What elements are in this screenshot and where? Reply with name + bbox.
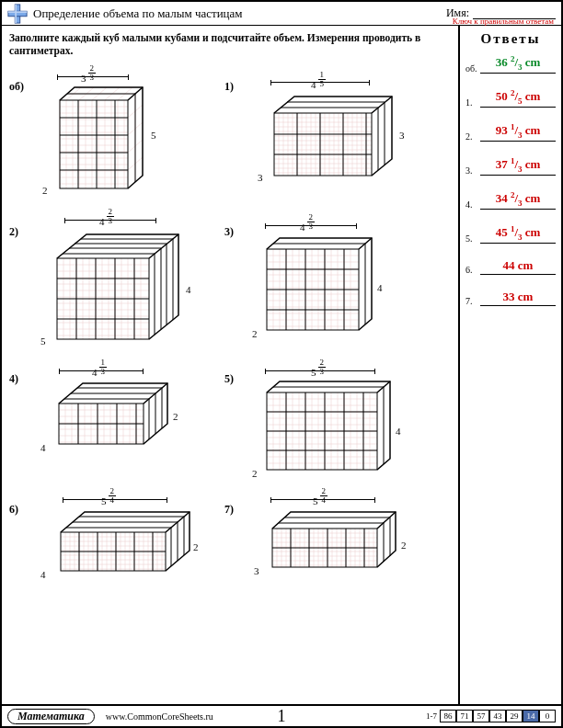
depth-dim: 2 — [252, 468, 258, 479]
answers-title: Ответы — [465, 31, 556, 47]
answer-line: 37 1/3 cm — [480, 156, 556, 176]
score-box: 0 — [539, 710, 556, 722]
top-dim: 523 — [311, 358, 326, 378]
depth-dim: 2 — [252, 328, 258, 339]
height-dim: 4 — [396, 426, 401, 437]
top-dim: 524 — [313, 487, 327, 506]
answer-line: 36 2/3 cm — [480, 54, 556, 74]
answer-row: об.36 2/3 cm — [465, 54, 556, 74]
height-dim: 2 — [193, 541, 199, 552]
answer-number: об. — [465, 63, 480, 74]
answer-number: 3. — [465, 165, 480, 176]
height-dim: 4 — [186, 284, 191, 295]
depth-dim: 3 — [258, 172, 263, 183]
problem-7: 7) 524 — [224, 497, 436, 608]
depth-dim: 3 — [254, 565, 259, 576]
answer-line: 34 2/3 cm — [480, 190, 556, 210]
top-dim: 423 — [300, 213, 315, 233]
answer-row: 7.33 cm — [465, 290, 556, 306]
worksheet-title: Определение объема по малым частицам — [33, 6, 437, 21]
answer-row: 5.45 1/3 cm — [465, 224, 556, 244]
plus-logo-icon — [7, 4, 28, 24]
depth-dim: 4 — [40, 442, 46, 453]
answer-line: 33 cm — [480, 290, 556, 306]
score-box: 71 — [456, 710, 473, 722]
answer-number: 1. — [465, 97, 480, 108]
score-range: 1-7 — [426, 711, 437, 721]
answer-number: 4. — [465, 199, 480, 210]
answer-value: 37 1/3 cm — [496, 157, 541, 171]
answer-number: 5. — [465, 233, 480, 244]
answer-value: 93 1/3 cm — [496, 123, 541, 137]
depth-dim: 5 — [40, 336, 46, 347]
cube-icon — [252, 87, 408, 188]
answer-value: 34 2/3 cm — [496, 191, 541, 205]
problem-number: 7) — [224, 503, 234, 517]
depth-dim: 4 — [40, 569, 46, 580]
problem-number: 6) — [9, 503, 18, 517]
problem-5: 5) 523 — [224, 367, 436, 486]
score-box: 86 — [440, 710, 456, 722]
answers-column: Ответы об.36 2/3 cm1.50 2/5 cm2.93 1/3 c… — [458, 26, 561, 704]
problem-number: 5) — [224, 372, 234, 386]
answer-row: 6.44 cm — [465, 258, 556, 275]
answer-number: 6. — [465, 265, 480, 275]
answer-row: 2.93 1/3 cm — [465, 122, 556, 142]
score-box: 14 — [523, 710, 539, 722]
worksheet-page: Определение объема по малым частицам Имя… — [0, 0, 563, 728]
top-dim: 524 — [101, 487, 116, 506]
header: Определение объема по малым частицам Имя… — [2, 2, 561, 26]
problem-0: об) 323 — [9, 74, 212, 212]
answer-row: 1.50 2/5 cm — [465, 88, 556, 108]
problem-number: об) — [9, 80, 24, 94]
score-box: 57 — [473, 710, 489, 722]
height-dim: 2 — [401, 540, 407, 551]
top-dim: 413 — [92, 358, 107, 378]
page-number: 1 — [278, 707, 286, 726]
body: Заполните каждый куб малыми кубами и под… — [2, 26, 561, 704]
problems-grid: об) 323 — [9, 58, 451, 646]
cube-icon — [29, 225, 200, 354]
problem-number: 1) — [224, 80, 234, 94]
height-dim: 5 — [151, 130, 156, 141]
top-dim: 423 — [99, 208, 114, 227]
answer-row: 4.34 2/3 cm — [465, 190, 556, 210]
site-url: www.CommonCoreSheets.ru — [106, 711, 213, 722]
depth-dim: 2 — [42, 185, 48, 196]
problem-number: 2) — [9, 225, 18, 239]
height-dim: 3 — [399, 130, 405, 141]
svg-marker-302 — [272, 512, 396, 529]
svg-rect-2 — [15, 4, 17, 22]
cube-icon — [33, 505, 208, 587]
height-dim: 2 — [173, 411, 178, 422]
svg-rect-3 — [8, 11, 27, 13]
answer-value: 44 cm — [503, 258, 534, 272]
cube-icon — [248, 231, 396, 341]
footer: Математика www.CommonCoreSheets.ru 1 1-7… — [2, 704, 561, 726]
cube-icon — [248, 376, 414, 477]
score-box: 29 — [506, 710, 523, 722]
answer-line: 44 cm — [480, 258, 556, 275]
cube-icon — [33, 376, 190, 459]
answer-line: 93 1/3 cm — [480, 122, 556, 142]
main-content: Заполните каждый куб малыми кубами и под… — [2, 26, 458, 704]
subject-badge: Математика — [7, 709, 95, 724]
answer-number: 2. — [465, 131, 480, 142]
answer-key-label: Ключ к правильным ответам — [453, 17, 554, 26]
score-box: 43 — [489, 710, 506, 722]
answer-line: 45 1/3 cm — [480, 224, 556, 244]
score-bar: 1-7 8671574329140 — [426, 710, 556, 722]
answer-value: 36 2/3 cm — [496, 55, 541, 69]
answer-line: 50 2/5 cm — [480, 88, 556, 108]
problem-number: 4) — [9, 372, 18, 386]
instructions: Заполните каждый куб малыми кубами и под… — [9, 31, 451, 58]
problem-1: 1) 415 — [224, 74, 427, 212]
answer-value: 45 1/3 cm — [496, 225, 541, 239]
problem-6: 6) 524 — [9, 497, 221, 608]
height-dim: 4 — [377, 282, 383, 293]
problem-number: 3) — [224, 225, 234, 239]
answer-row: 3.37 1/3 cm — [465, 156, 556, 176]
answer-value: 33 cm — [503, 290, 534, 303]
problem-2: 2) 423 — [9, 220, 221, 358]
answer-number: 7. — [465, 296, 480, 306]
